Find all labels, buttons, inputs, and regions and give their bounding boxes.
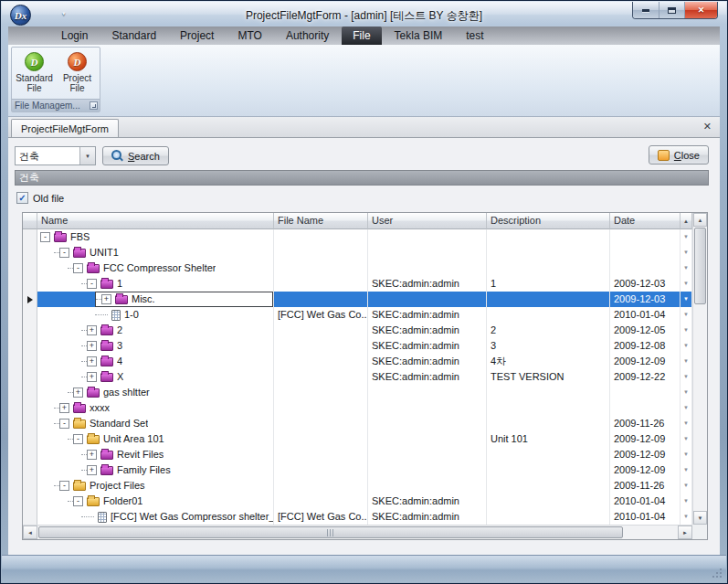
grid-row[interactable]: -Folder01SKEC:admin:admin2010-01-04▼ [23,494,692,509]
resize-grip[interactable] [712,568,723,579]
column-header-date[interactable]: Date [610,213,681,229]
ribbon-tab-project[interactable]: Project [169,27,225,45]
project-file-button[interactable]: D Project File [56,49,99,99]
row-dropdown-button[interactable]: ▼ [681,245,692,260]
grid-row[interactable]: -UNIT1▼ [23,245,692,260]
scroll-down-button[interactable]: ▼ [693,511,707,525]
folder-icon [73,404,86,413]
collapse-toggle[interactable]: - [59,248,69,258]
row-dropdown-button[interactable]: ▼ [681,307,692,323]
category-combo[interactable]: 건축 ▼ [15,146,96,165]
horizontal-scroll-thumb[interactable] [38,526,623,538]
standard-file-button[interactable]: D Standard File [13,49,56,99]
row-dropdown-button[interactable]: ▼ [681,385,692,400]
quick-access-dropdown-icon[interactable]: ▾ [62,10,66,17]
collapse-toggle[interactable]: - [87,279,97,289]
grid-row[interactable]: +xxxx▼ [23,400,692,416]
ribbon-tab-mto[interactable]: MTO [227,27,272,45]
grid-row[interactable]: -1SKEC:admin:admin12009-12-03▼ [23,276,692,292]
grid-row[interactable]: +2SKEC:admin:admin22009-12-05▼ [23,323,692,338]
expand-toggle[interactable]: + [87,356,97,366]
expand-toggle[interactable]: + [101,294,111,304]
sort-ascending-icon[interactable]: ▲ [681,213,692,229]
grid-row[interactable]: +Misc.2009-12-03▼ [23,292,692,307]
row-dropdown-button[interactable]: ▼ [681,260,692,276]
collapse-toggle[interactable]: - [73,434,83,444]
expand-toggle[interactable]: + [59,403,69,413]
document-tab-projectfilemgtform[interactable]: ProjectFileMgtForm [11,119,119,137]
cell-name: +gas shltter [37,385,274,400]
row-dropdown-button[interactable]: ▼ [681,276,692,292]
column-header-description[interactable]: Description [487,213,610,229]
row-dropdown-button[interactable]: ▼ [681,431,692,447]
expand-toggle[interactable]: + [87,465,97,475]
expand-toggle[interactable]: + [87,372,97,382]
row-dropdown-button[interactable]: ▼ [681,478,692,494]
dialog-launcher-icon[interactable] [90,101,98,110]
row-dropdown-button[interactable]: ▼ [681,338,692,354]
app-logo-icon[interactable]: Dx [10,5,31,26]
row-dropdown-button[interactable]: ▼ [681,462,692,478]
cell-user: SKEC:admin:admin [368,307,487,323]
horizontal-scrollbar[interactable]: ◄ ► [23,525,692,539]
close-form-button[interactable]: Close [649,145,709,165]
cell-name: -FCC Compressor Shelter [37,260,274,276]
ribbon-tab-authority[interactable]: Authority [275,27,340,45]
column-header-name[interactable]: Name [37,213,274,229]
row-dropdown-button[interactable]: ▼ [681,292,692,307]
row-dropdown-button[interactable]: ▼ [681,400,692,416]
close-window-button[interactable]: ✕ [684,2,717,18]
grid-row[interactable]: +Revit Files2009-12-09▼ [23,447,692,462]
grid-row[interactable]: -FCC Compressor Shelter▼ [23,260,692,276]
grid-row[interactable]: +3SKEC:admin:admin32009-12-08▼ [23,338,692,354]
row-dropdown-button[interactable]: ▼ [681,354,692,369]
collapse-toggle[interactable]: - [59,481,69,491]
ribbon-tab-file[interactable]: File [342,27,381,45]
grid-row[interactable]: +Family Files2009-12-09▼ [23,462,692,478]
combo-dropdown-button[interactable]: ▼ [79,147,95,165]
vertical-scroll-thumb[interactable] [694,228,706,304]
row-dropdown-button[interactable]: ▼ [681,416,692,431]
row-dropdown-button[interactable]: ▼ [681,509,692,525]
ribbon-tab-test[interactable]: test [455,27,494,45]
node-label: xxxx [90,400,110,416]
ribbon-tab-tekla-bim[interactable]: Tekla BIM [384,27,454,45]
scroll-left-button[interactable]: ◄ [23,526,37,539]
grid-row[interactable]: +gas shltter▼ [23,385,692,400]
grid-row[interactable]: +4SKEC:admin:admin4차2009-12-09▼ [23,354,692,369]
grid-row[interactable]: +XSKEC:admin:adminTEST VERSION2009-12-22… [23,369,692,385]
old-file-checkbox[interactable]: ✓ [16,192,28,204]
row-dropdown-button[interactable]: ▼ [681,323,692,338]
scroll-up-button[interactable]: ▲ [693,213,707,227]
vertical-scrollbar[interactable]: ▲ ▼ [692,213,707,525]
grid-row[interactable]: -FBS▼ [23,229,692,245]
collapse-toggle[interactable]: - [73,263,83,273]
group-caption-bar: File Managem... [12,99,100,111]
column-header-file-name[interactable]: File Name [274,213,368,229]
row-dropdown-button[interactable]: ▼ [681,229,692,245]
ribbon-tab-login[interactable]: Login [50,27,99,45]
collapse-toggle[interactable]: - [59,419,69,429]
collapse-toggle[interactable]: - [40,232,50,242]
ribbon-tab-standard[interactable]: Standard [100,27,167,45]
row-dropdown-button[interactable]: ▼ [681,447,692,462]
grid-row[interactable]: -Project Files2009-11-26▼ [23,478,692,494]
expand-toggle[interactable]: + [87,325,97,335]
expand-toggle[interactable]: + [73,388,83,398]
grid-row[interactable]: -Standard Set2009-11-26▼ [23,416,692,431]
title-bar[interactable]: Dx ▾ ProjectFileMgtForm - [admin] [테스트 B… [2,2,726,27]
row-dropdown-button[interactable]: ▼ [681,369,692,385]
grid-row[interactable]: [FCC] Wet Gas Compressor shelter_09...[F… [23,509,692,525]
expand-toggle[interactable]: + [87,341,97,351]
maximize-button[interactable] [659,2,684,18]
grid-row[interactable]: 1-0[FCC] Wet Gas Co...SKEC:admin:admin20… [23,307,692,323]
collapse-toggle[interactable]: - [73,496,83,506]
row-dropdown-button[interactable]: ▼ [681,494,692,509]
expand-toggle[interactable]: + [87,450,97,460]
grid-row[interactable]: -Unit Area 101Unit 1012009-12-09▼ [23,431,692,447]
document-tab-close-button[interactable]: ✕ [703,122,712,132]
minimize-button[interactable] [633,2,659,18]
scroll-right-button[interactable]: ► [678,526,692,539]
column-header-user[interactable]: User [368,213,487,229]
search-button[interactable]: Search [102,146,169,165]
